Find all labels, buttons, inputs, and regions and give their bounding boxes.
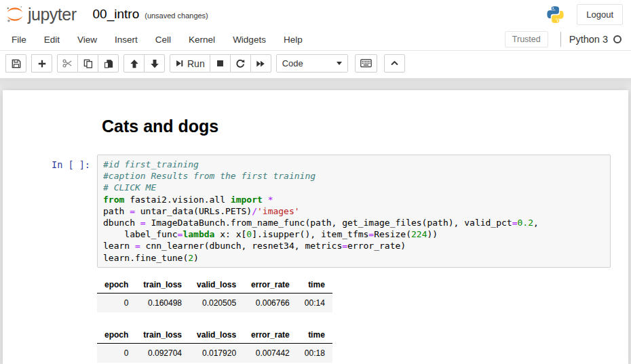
- toolbar-button-group: [57, 54, 119, 73]
- code-line: #caption Results from the first training: [103, 170, 605, 182]
- copy-cell-button[interactable]: [77, 54, 98, 73]
- site-background: Cats and dogs In [ ]: #id first_training…: [0, 79, 631, 364]
- caret-down-icon: [337, 62, 342, 65]
- save-icon: [12, 59, 21, 68]
- column-header: time: [297, 277, 332, 294]
- fast-forward-icon: [256, 59, 265, 68]
- menu-kernel[interactable]: Kernel: [180, 29, 224, 50]
- page-title: Cats and dogs: [102, 117, 611, 136]
- jupyter-logo-link[interactable]: jupyter: [5, 5, 77, 24]
- menu-insert[interactable]: Insert: [106, 29, 147, 50]
- checkpoint-status: (unsaved changes): [145, 12, 208, 20]
- toolbar: Run Code: [0, 51, 631, 78]
- column-header: time: [297, 327, 332, 344]
- toolbar-groups: Run: [5, 54, 271, 73]
- kernel-idle-icon: [613, 35, 622, 43]
- code-line: learn = cnn_learner(dbunch, resnet34, me…: [103, 240, 605, 251]
- table-row: 00.0927040.0179200.00744200:18: [97, 343, 332, 363]
- restart-run-all-button[interactable]: [250, 54, 271, 73]
- column-header: error_rate: [244, 327, 297, 344]
- cut-cell-button[interactable]: [57, 54, 78, 73]
- table-row: 00.1604980.0205050.00676600:14: [97, 293, 332, 312]
- code-editor[interactable]: #id first_training#caption Results from …: [97, 155, 611, 268]
- column-header: error_rate: [244, 277, 297, 294]
- restart-kernel-button[interactable]: [230, 54, 251, 73]
- menu-help[interactable]: Help: [275, 29, 311, 50]
- code-line: path = untar_data(URLs.PETS)/'images': [103, 205, 605, 217]
- step-forward-icon: [175, 59, 184, 68]
- menu-view[interactable]: View: [69, 29, 106, 50]
- run-button[interactable]: Run: [170, 54, 210, 73]
- python-icon: [546, 5, 565, 24]
- paste-icon: [104, 59, 113, 68]
- menubar-items: FileEditViewInsertCellKernelWidgetsHelp: [3, 29, 311, 50]
- collapse-header-button[interactable]: [384, 54, 405, 73]
- kernel-name: Python 3: [569, 34, 608, 45]
- training-progress-table: epochtrain_lossvalid_losserror_ratetime0…: [97, 277, 332, 312]
- markdown-cell[interactable]: Cats and dogs: [3, 110, 628, 155]
- toolbar-button-group: Run: [170, 54, 271, 73]
- run-button-label: Run: [187, 58, 205, 69]
- jupyter-wordmark: jupyter: [28, 5, 77, 24]
- table-cell: 0: [97, 293, 136, 312]
- markdown-prompt: [6, 110, 97, 155]
- plus-icon: [37, 59, 47, 68]
- table-cell: 0: [97, 343, 136, 363]
- table-cell: 0.007442: [244, 343, 297, 363]
- code-line: dbunch = ImageDataBunch.from_name_func(p…: [103, 217, 605, 228]
- code-line: #id first_training: [103, 159, 605, 170]
- notebook-container: Cats and dogs In [ ]: #id first_training…: [3, 90, 628, 364]
- table-cell: 0.006766: [244, 293, 297, 312]
- move-cell-down-button[interactable]: [144, 54, 165, 73]
- code-line: label_func=lambda x: x[0].isupper(), ite…: [103, 228, 605, 240]
- column-header: train_loss: [136, 327, 189, 344]
- notebook-header: jupyter 00_intro (unsaved changes) Logou…: [0, 0, 631, 79]
- toolbar-button-group: [5, 54, 26, 73]
- save-button[interactable]: [5, 54, 26, 73]
- scissors-icon: [62, 58, 73, 68]
- code-cell-content: #id first_training#caption Results from …: [97, 155, 611, 364]
- code-line: # CLICK ME: [103, 182, 605, 193]
- column-header: valid_loss: [189, 277, 244, 294]
- code-line: from fastai2.vision.all import *: [103, 194, 605, 205]
- toolbar-button-group: [123, 54, 165, 73]
- menubar-divider: [560, 32, 561, 47]
- column-header: epoch: [97, 327, 136, 344]
- jupyter-logo-icon: [5, 5, 24, 24]
- stop-icon: [216, 59, 225, 68]
- cell-type-select[interactable]: Code: [276, 54, 348, 73]
- chevron-up-icon: [390, 59, 399, 68]
- arrow-up-icon: [130, 59, 139, 68]
- menu-file[interactable]: File: [3, 29, 35, 50]
- arrow-down-icon: [150, 59, 159, 68]
- logout-button[interactable]: Logout: [577, 4, 623, 25]
- table-cell: 00:18: [297, 343, 332, 363]
- keyboard-icon: [360, 59, 372, 68]
- column-header: epoch: [97, 277, 136, 294]
- code-cell[interactable]: In [ ]: #id first_training#caption Resul…: [3, 155, 628, 364]
- output-area: epochtrain_lossvalid_losserror_ratetime0…: [97, 277, 611, 364]
- paste-cell-button[interactable]: [98, 54, 119, 73]
- top-bar: jupyter 00_intro (unsaved changes) Logou…: [0, 0, 631, 28]
- insert-cell-below-button[interactable]: [31, 54, 52, 73]
- notebook-title[interactable]: 00_intro: [93, 7, 140, 22]
- trusted-badge[interactable]: Trusted: [505, 31, 548, 47]
- move-cell-up-button[interactable]: [123, 54, 145, 73]
- toolbar-button-group: [31, 54, 52, 73]
- column-header: train_loss: [136, 277, 189, 294]
- column-header: valid_loss: [189, 327, 244, 344]
- interrupt-kernel-button[interactable]: [210, 54, 231, 73]
- table-cell: 0.160498: [136, 293, 189, 312]
- menu-edit[interactable]: Edit: [35, 29, 69, 50]
- menu-cell[interactable]: Cell: [147, 29, 180, 50]
- table-cell: 00:14: [297, 293, 332, 312]
- table-header-row: epochtrain_lossvalid_losserror_ratetime: [97, 277, 332, 294]
- command-palette-button[interactable]: [355, 54, 377, 73]
- cell-type-value: Code: [282, 58, 303, 68]
- table-cell: 0.017920: [189, 343, 244, 363]
- input-prompt: In [ ]:: [6, 155, 97, 364]
- table-cell: 0.092704: [136, 343, 189, 363]
- menubar: FileEditViewInsertCellKernelWidgetsHelp …: [0, 28, 631, 51]
- menu-widgets[interactable]: Widgets: [224, 29, 275, 50]
- table-cell: 0.020505: [189, 293, 244, 312]
